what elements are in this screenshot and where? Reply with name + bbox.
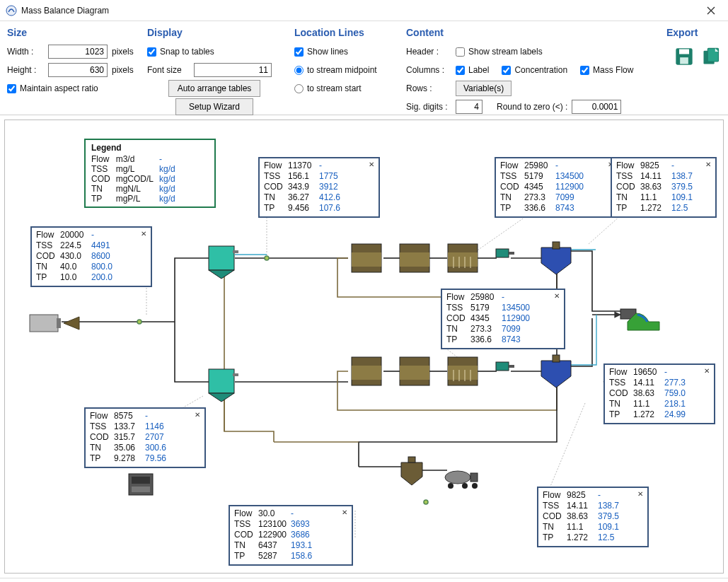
svg-rect-22 — [209, 246, 234, 270]
setup-wizard-button[interactable]: Setup Wizard — [175, 98, 253, 115]
table-close-icon[interactable]: ✕ — [552, 291, 562, 301]
svg-rect-56 — [132, 477, 150, 484]
height-label: Height : — [7, 65, 44, 75]
midpoint-label: to stream midpoint — [307, 65, 377, 75]
truck-icon — [445, 471, 478, 489]
svg-rect-53 — [553, 355, 560, 362]
reactor-top-3-icon — [448, 244, 478, 272]
auto-arrange-button[interactable]: Auto arrange tables — [168, 80, 260, 97]
table-close-icon[interactable]: ✕ — [366, 159, 376, 169]
svg-line-13 — [550, 403, 585, 488]
svg-line-11 — [589, 216, 620, 244]
svg-point-0 — [6, 6, 16, 16]
svg-rect-27 — [233, 373, 238, 376]
table-combined-eff[interactable]: ✕ Flow19650- TSS14.11277.3 COD38.63759.0… — [603, 363, 715, 424]
snap-checkbox[interactable] — [147, 47, 156, 57]
primary-clarifier-2-icon — [209, 369, 238, 402]
diagram-canvas[interactable]: Legend Flowm3/d- TSSmg/Lkg/d CODmgCOD/Lk… — [4, 120, 724, 574]
svg-rect-3 — [680, 57, 688, 64]
width-input[interactable] — [48, 45, 108, 59]
svg-point-18 — [424, 500, 428, 504]
size-heading: Size — [7, 27, 134, 38]
svg-rect-20 — [57, 318, 61, 328]
font-input[interactable] — [194, 63, 272, 77]
table-sludge[interactable]: ✕ Flow30.0- TSS1231003693 COD1229003686 … — [229, 505, 353, 566]
table-eff-top[interactable]: ✕ Flow9825- TSS14.11138.7 COD38.63379.5 … — [611, 157, 717, 218]
mf-checkbox[interactable] — [580, 66, 589, 75]
svg-rect-52 — [509, 365, 514, 368]
svg-rect-19 — [30, 315, 58, 332]
svg-rect-58 — [408, 457, 415, 462]
svg-rect-25 — [209, 369, 234, 393]
table-pc1[interactable]: ✕ Flow11370- TSS156.11775 COD343.93912 T… — [258, 157, 380, 218]
table-close-icon[interactable]: ✕ — [703, 159, 713, 169]
secondary-clarifier-2-icon — [541, 355, 571, 388]
svg-point-16 — [137, 320, 141, 324]
primary-clarifier-1-icon — [209, 246, 238, 279]
svg-rect-40 — [553, 242, 560, 249]
svg-rect-29 — [352, 252, 381, 267]
table-rx1[interactable]: ✕ Flow25980- TSS5179134500 COD4345112900… — [495, 157, 619, 218]
svg-point-61 — [448, 483, 453, 489]
svg-rect-38 — [496, 249, 509, 257]
svg-point-59 — [445, 471, 470, 484]
table-close-icon[interactable]: ✕ — [139, 228, 149, 238]
svg-rect-2 — [679, 50, 689, 54]
midpoint-radio[interactable] — [294, 66, 304, 75]
streamlabels-label: Show stream labels — [468, 47, 543, 57]
save-icon[interactable] — [674, 47, 694, 66]
svg-rect-44 — [400, 366, 429, 380]
streamlabels-checkbox[interactable] — [456, 47, 465, 57]
showlines-checkbox[interactable] — [294, 47, 304, 57]
table-close-icon[interactable]: ✕ — [702, 366, 712, 376]
conc-checkbox[interactable] — [502, 66, 511, 75]
variables-button[interactable]: Variable(s) — [456, 81, 512, 96]
svg-marker-26 — [209, 393, 234, 402]
width-units: pixels — [112, 47, 134, 57]
close-button[interactable] — [700, 2, 722, 19]
round-label: Round to zero (<) : — [497, 102, 567, 112]
svg-rect-24 — [233, 250, 238, 253]
svg-rect-51 — [496, 362, 509, 371]
mf-chk-label: Mass Flow — [593, 65, 633, 75]
round-input[interactable] — [572, 100, 621, 114]
blower-top-icon — [496, 249, 514, 257]
table-eff-bot[interactable]: ✕ Flow9825- TSS14.11138.7 COD38.63379.5 … — [537, 487, 649, 547]
svg-point-62 — [462, 483, 468, 489]
reactor-bot-1-icon — [352, 357, 381, 385]
header-label: Header : — [406, 47, 451, 57]
influent-icon — [30, 315, 79, 332]
svg-rect-57 — [132, 487, 150, 492]
svg-rect-31 — [400, 252, 429, 267]
label-chk-label: Label — [468, 65, 489, 75]
secondary-clarifier-1-icon — [541, 242, 571, 274]
close-icon — [707, 6, 715, 15]
thickener-icon — [401, 457, 422, 485]
width-label: Width : — [7, 47, 44, 57]
start-label: to stream start — [307, 83, 362, 93]
height-input[interactable] — [48, 63, 108, 77]
table-close-icon[interactable]: ✕ — [192, 409, 202, 419]
aspect-checkbox[interactable] — [7, 84, 16, 93]
sig-input[interactable] — [456, 100, 483, 114]
svg-marker-21 — [64, 317, 79, 330]
start-radio[interactable] — [294, 84, 304, 93]
svg-rect-33 — [448, 252, 478, 267]
table-rx2[interactable]: ✕ Flow25980- TSS5179134500 COD4345112900… — [441, 289, 565, 349]
label-checkbox[interactable] — [456, 66, 465, 75]
table-influent[interactable]: ✕ Flow20000- TSS224.54491 COD430.08600 T… — [30, 226, 152, 287]
svg-rect-60 — [470, 473, 478, 482]
svg-point-63 — [472, 483, 478, 489]
reactor-top-1-icon — [352, 244, 381, 272]
legend-box: Legend Flowm3/d- TSSmg/Lkg/d CODmgCOD/Lk… — [84, 139, 216, 208]
table-close-icon[interactable]: ✕ — [340, 507, 349, 517]
svg-marker-23 — [209, 270, 234, 279]
conc-chk-label: Concentration — [514, 65, 567, 75]
table-close-icon[interactable]: ✕ — [635, 489, 645, 499]
table-pc2[interactable]: ✕ Flow8575- TSS133.71146 COD315.72707 TN… — [84, 407, 206, 468]
svg-rect-39 — [509, 252, 514, 255]
svg-line-9 — [475, 212, 532, 252]
copy-icon[interactable] — [701, 47, 721, 66]
height-units: pixels — [112, 65, 134, 75]
app-icon — [6, 5, 17, 16]
